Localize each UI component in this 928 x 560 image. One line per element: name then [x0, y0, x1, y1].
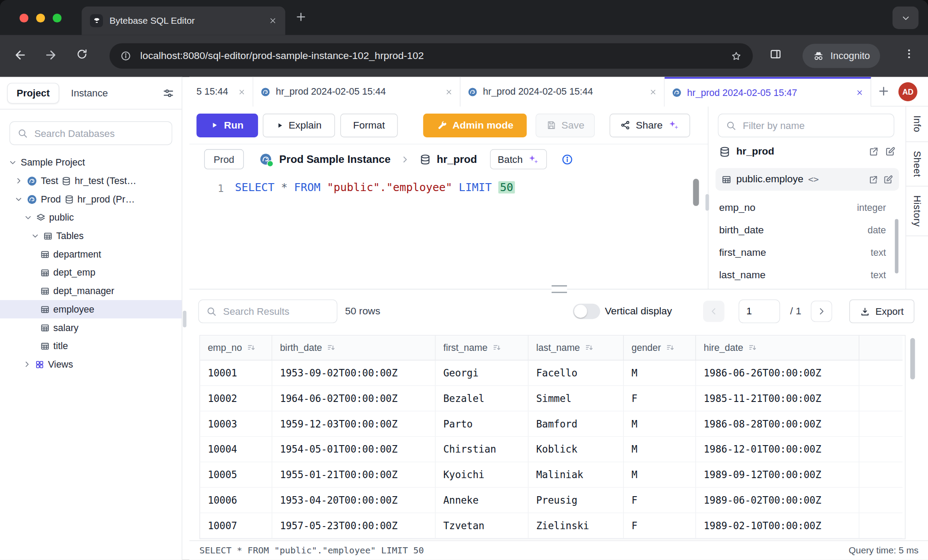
chevron-down-icon[interactable]	[14, 195, 23, 203]
explain-button[interactable]: Explain	[263, 113, 335, 137]
tree-item-department[interactable]: department	[0, 245, 182, 264]
edit-icon[interactable]	[883, 174, 893, 184]
admin-mode-button[interactable]: Admin mode	[423, 113, 527, 137]
tab-project[interactable]: Project	[7, 83, 59, 103]
column-row[interactable]: first_name text	[719, 242, 886, 264]
filter-by-name[interactable]	[718, 114, 895, 137]
avatar[interactable]: AD	[899, 82, 917, 101]
tab-history[interactable]: History	[906, 186, 928, 236]
sheet-tab-active[interactable]: hr_prod 2024-02-05 15:47	[665, 77, 871, 107]
filter-by-name-input[interactable]	[742, 119, 887, 132]
browser-tab[interactable]: Bytebase SQL Editor	[82, 7, 285, 35]
side-panel-icon[interactable]	[770, 48, 782, 60]
results-search-input[interactable]	[222, 305, 330, 317]
chevron-down-icon[interactable]	[8, 158, 17, 167]
tab-instance[interactable]: Instance	[71, 87, 150, 99]
column-header-first-name[interactable]: first_name	[435, 335, 528, 360]
url-bar[interactable]: localhost:8080/sql-editor/prod-sample-in…	[110, 43, 753, 69]
tab-search-button[interactable]	[892, 7, 918, 29]
browser-tab-title: Bytebase SQL Editor	[110, 15, 262, 26]
sheet-tab-partial[interactable]: 5 15:44	[189, 77, 253, 107]
prev-page-button[interactable]	[703, 301, 724, 322]
chevron-down-icon[interactable]	[24, 213, 33, 222]
close-icon[interactable]	[856, 89, 863, 96]
tree-item-employee[interactable]: employee	[0, 300, 182, 319]
close-icon[interactable]	[445, 88, 453, 96]
sheet-tab-1[interactable]: hr_prod 2024-02-05 15:44	[253, 77, 460, 107]
code-icon[interactable]: <>	[808, 174, 864, 184]
save-button[interactable]: Save	[536, 113, 595, 137]
bookmark-star-icon[interactable]	[730, 50, 742, 62]
sort-icon[interactable]	[247, 343, 255, 352]
tab-sheet[interactable]: Sheet	[906, 142, 928, 186]
batch-button[interactable]: Batch	[490, 149, 547, 169]
tree-item-dept-manager[interactable]: dept_manager	[0, 282, 182, 300]
external-link-icon[interactable]	[868, 174, 878, 184]
chevron-down-icon[interactable]	[31, 232, 40, 240]
format-button[interactable]: Format	[340, 113, 398, 137]
database-search[interactable]	[10, 122, 173, 145]
column-header-gender[interactable]: gender	[624, 335, 696, 360]
tree-item-tables[interactable]: Tables	[0, 227, 182, 245]
column-header-hire-date[interactable]: hire_date	[696, 335, 859, 360]
forward-icon[interactable]	[44, 48, 58, 62]
window-zoom-button[interactable]	[53, 14, 62, 22]
tree-item-prod-instance[interactable]: Prod hr_prod (Pr…	[0, 190, 182, 209]
tab-info[interactable]: Info	[906, 107, 928, 142]
sort-icon[interactable]	[492, 343, 501, 352]
run-button[interactable]: Run	[196, 113, 258, 137]
results-scrollbar[interactable]	[910, 338, 915, 379]
back-icon[interactable]	[13, 48, 27, 62]
edit-icon[interactable]	[885, 146, 895, 157]
panel-scrollbar[interactable]	[895, 219, 899, 273]
sidebar-resize-handle[interactable]	[183, 311, 186, 328]
column-row[interactable]: last_name text	[719, 264, 886, 287]
sort-icon[interactable]	[666, 343, 674, 352]
window-minimize-button[interactable]	[36, 14, 45, 22]
share-button[interactable]: Share	[610, 113, 690, 137]
column-header-last-name[interactable]: last_name	[529, 335, 624, 360]
results-search[interactable]	[198, 299, 337, 323]
panel-table-row[interactable]: public.employe <>	[715, 168, 899, 191]
panel-resize-handle[interactable]	[706, 194, 709, 211]
column-header-birth-date[interactable]: birth_date	[272, 335, 435, 360]
column-header-emp-no[interactable]: emp_no	[200, 335, 272, 360]
window-close-button[interactable]	[19, 14, 28, 22]
sheet-tab-2[interactable]: hr_prod 2024-02-05 15:44	[460, 77, 665, 107]
tree-item-title[interactable]: title	[0, 337, 182, 355]
tree-item-schema-public[interactable]: public	[0, 208, 182, 227]
export-button[interactable]: Export	[849, 299, 914, 323]
new-tab-button[interactable]	[295, 11, 307, 23]
tree-item-views[interactable]: Views	[0, 355, 182, 374]
tree-item-salary[interactable]: salary	[0, 318, 182, 337]
close-icon[interactable]	[238, 88, 245, 96]
sort-icon[interactable]	[327, 343, 335, 352]
play-icon	[276, 122, 283, 129]
tab-close-icon[interactable]	[269, 17, 277, 25]
tree-item-sample-project[interactable]: Sample Project	[0, 153, 182, 172]
browser-menu-icon[interactable]	[903, 48, 915, 60]
info-icon[interactable]	[561, 153, 574, 166]
next-page-button[interactable]	[811, 301, 832, 322]
column-row[interactable]: birth_date date	[719, 219, 886, 241]
column-row[interactable]: emp_no integer	[719, 196, 886, 219]
sql-editor[interactable]: 1 SELECT*FROM"public"."employee"LIMIT50	[189, 174, 708, 289]
tree-item-test-instance[interactable]: Test hr_test (Test…	[0, 172, 182, 190]
close-icon[interactable]	[649, 88, 657, 96]
vertical-display-toggle[interactable]	[573, 304, 600, 319]
split-drag-handle[interactable]	[552, 285, 567, 293]
chevron-right-icon[interactable]	[14, 177, 23, 185]
editor-scrollbar[interactable]	[693, 179, 699, 206]
tree-item-dept-emp[interactable]: dept_emp	[0, 263, 182, 282]
new-sheet-button[interactable]	[877, 85, 890, 98]
chevron-right-icon[interactable]	[22, 360, 31, 368]
site-info-icon[interactable]	[120, 50, 132, 62]
sort-icon[interactable]	[748, 343, 757, 352]
external-link-icon[interactable]	[868, 146, 879, 157]
filter-settings-icon[interactable]	[162, 87, 174, 99]
reload-icon[interactable]	[76, 48, 88, 60]
sort-icon[interactable]	[585, 343, 593, 352]
environment-chip[interactable]: Prod	[204, 149, 244, 169]
database-search-input[interactable]	[33, 127, 164, 139]
page-number-input[interactable]	[739, 299, 780, 323]
